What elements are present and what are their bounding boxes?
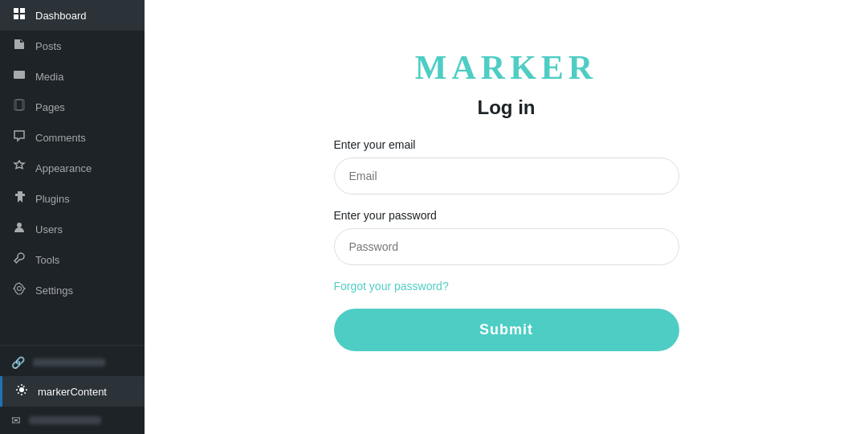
sidebar-item-tools[interactable]: Tools (0, 244, 145, 275)
comments-icon (11, 129, 27, 145)
sidebar-item-pages[interactable]: Pages (0, 92, 145, 122)
sidebar-item-appearance[interactable]: Appearance (0, 153, 145, 183)
mail-icon: ✉ (11, 414, 21, 427)
sidebar-item-pages-label: Pages (35, 101, 65, 113)
sidebar-item-appearance-label: Appearance (35, 162, 92, 174)
sidebar-item-users-label: Users (35, 223, 63, 235)
settings-icon (11, 282, 27, 298)
svg-rect-0 (14, 8, 18, 13)
sidebar-item-posts-label: Posts (35, 40, 62, 52)
sidebar-divider (0, 345, 145, 346)
pages-icon (11, 99, 27, 115)
email-input[interactable] (334, 158, 679, 194)
svg-rect-6 (14, 100, 22, 110)
sidebar-item-plugins-label: Plugins (35, 193, 70, 205)
sidebar-item-marker-content[interactable]: markerContent (0, 376, 145, 407)
svg-rect-3 (20, 14, 25, 19)
brand-title: MARKER (334, 48, 679, 87)
dashboard-icon (11, 7, 27, 23)
login-card: MARKER Log in Enter your email Enter you… (302, 24, 711, 375)
plugins-icon (11, 190, 27, 207)
sidebar-link-item: 🔗 (0, 349, 145, 376)
password-field-group: Enter your password (334, 209, 679, 265)
main-content: MARKER Log in Enter your email Enter you… (145, 0, 868, 434)
appearance-icon (11, 160, 27, 176)
sidebar-item-dashboard-label: Dashboard (35, 10, 87, 22)
media-icon (11, 68, 27, 84)
sidebar-item-media[interactable]: Media (0, 61, 145, 92)
password-label: Enter your password (334, 209, 679, 222)
sidebar-item-comments[interactable]: Comments (0, 122, 145, 153)
marker-content-icon (14, 383, 30, 399)
svg-point-9 (19, 387, 24, 392)
svg-rect-7 (16, 100, 24, 110)
posts-icon (11, 38, 27, 54)
email-field-group: Enter your email (334, 138, 679, 194)
svg-point-8 (17, 223, 22, 227)
sidebar-item-settings[interactable]: Settings (0, 275, 145, 305)
forgot-password-link[interactable]: Forgot your password? (334, 280, 679, 293)
sidebar-item-posts[interactable]: Posts (0, 31, 145, 61)
blurred-link-label (33, 358, 105, 366)
sidebar-item-users[interactable]: Users (0, 214, 145, 244)
password-input[interactable] (334, 228, 679, 265)
sidebar-item-tools-label: Tools (35, 254, 59, 266)
link-icon: 🔗 (11, 356, 25, 369)
svg-rect-1 (20, 8, 25, 13)
email-label: Enter your email (334, 138, 679, 151)
sidebar-mail-item: ✉ (0, 407, 145, 434)
sidebar-item-plugins[interactable]: Plugins (0, 183, 145, 214)
users-icon (11, 221, 27, 237)
tools-icon (11, 252, 27, 268)
sidebar-item-marker-content-label: markerContent (38, 386, 107, 398)
sidebar-item-comments-label: Comments (35, 132, 86, 144)
submit-button[interactable]: Submit (334, 309, 679, 351)
blurred-mail-label (29, 416, 101, 424)
sidebar-item-media-label: Media (35, 71, 63, 83)
svg-rect-2 (14, 14, 18, 19)
sidebar-item-dashboard[interactable]: Dashboard (0, 0, 145, 31)
sidebar-item-settings-label: Settings (35, 285, 73, 297)
login-heading: Log in (334, 96, 679, 119)
sidebar: Dashboard Posts Media Pages Comments App… (0, 0, 145, 434)
